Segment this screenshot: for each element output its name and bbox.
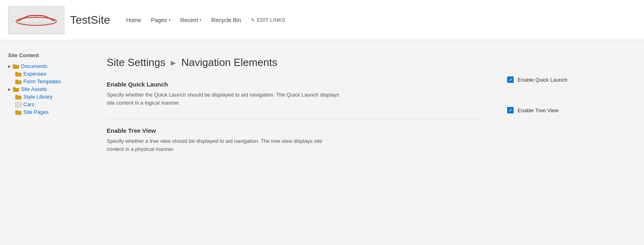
image-icon	[15, 102, 22, 107]
site-header: TestSite Home Pages ▾ Recent ▾ Recycle B…	[0, 0, 644, 40]
sidebar-title: Site Content	[8, 52, 83, 58]
content-area: Site Settings ▸ Navigation Elements Enab…	[91, 52, 499, 233]
expand-icon: ▶	[8, 87, 11, 91]
quick-launch-checkbox-row: Enable Quick Launch	[507, 76, 636, 83]
right-panel: Enable Quick Launch Enable Tree View	[507, 52, 636, 233]
tree-view-checkbox-row: Enable Tree View	[507, 107, 636, 113]
svg-rect-7	[15, 72, 18, 74]
pencil-icon: ✎	[251, 17, 255, 23]
sidebar-item-site-assets[interactable]: ▶ Site Assets	[8, 85, 83, 93]
folder-icon	[15, 71, 22, 77]
tree-view-section: Enable Tree View Specify whether a tree …	[107, 127, 483, 153]
quick-launch-checkbox[interactable]	[507, 76, 514, 83]
sidebar-item-style-library[interactable]: Style Library	[8, 93, 83, 101]
sidebar-item-cars[interactable]: Cars	[8, 101, 83, 108]
svg-rect-13	[15, 95, 18, 97]
sidebar-item-site-pages[interactable]: Site Pages	[8, 108, 83, 116]
folder-icon	[15, 94, 22, 100]
site-logo	[8, 6, 64, 34]
svg-rect-15	[15, 110, 18, 112]
quick-launch-checkbox-label[interactable]: Enable Quick Launch	[518, 77, 568, 83]
logo-area: TestSite	[8, 6, 110, 34]
folder-icon	[13, 64, 19, 69]
sidebar-item-expenses[interactable]: Expenses	[8, 70, 83, 78]
tree-view-checkbox-label[interactable]: Enable Tree View	[518, 107, 559, 113]
expand-icon: ▶	[8, 64, 11, 68]
breadcrumb-arrow-icon: ▸	[171, 56, 176, 68]
nav-recent[interactable]: Recent ▾	[176, 14, 206, 26]
nav-pages[interactable]: Pages ▾	[147, 14, 175, 26]
tree-view-description: Specify whether a tree view should be di…	[107, 137, 340, 153]
svg-rect-4	[13, 66, 19, 66]
svg-rect-11	[13, 87, 15, 89]
folder-icon	[15, 109, 22, 115]
pages-chevron-icon: ▾	[169, 18, 171, 22]
quick-launch-section: Enable Quick Launch Specify whether the …	[107, 81, 483, 107]
main-container: Site Content ▶ Documents Expenses	[0, 40, 644, 245]
nav-recycle-bin[interactable]: Recycle Bin	[207, 14, 245, 26]
section-divider	[107, 119, 483, 119]
recent-chevron-icon: ▾	[200, 18, 202, 22]
quick-launch-description: Specify whether the Quick Launch should …	[107, 91, 340, 107]
folder-icon	[13, 86, 19, 92]
folder-icon	[15, 79, 22, 84]
sidebar-item-documents[interactable]: ▶ Documents	[8, 62, 83, 70]
svg-rect-9	[15, 80, 18, 81]
nav-home[interactable]: Home	[122, 14, 145, 26]
page-heading: Site Settings ▸ Navigation Elements	[107, 56, 483, 69]
quick-launch-title: Enable Quick Launch	[107, 81, 483, 88]
top-nav: Home Pages ▾ Recent ▾ Recycle Bin ✎ EDIT…	[122, 14, 289, 26]
site-title: TestSite	[70, 14, 110, 27]
tree-view-checkbox[interactable]	[507, 107, 514, 113]
sidebar: Site Content ▶ Documents Expenses	[8, 52, 83, 233]
sidebar-item-form-templates[interactable]: Form Templates	[8, 78, 83, 85]
tree-view-title: Enable Tree View	[107, 127, 483, 134]
edit-links-button[interactable]: ✎ EDIT LINKS	[247, 14, 289, 25]
svg-rect-5	[14, 64, 16, 65]
